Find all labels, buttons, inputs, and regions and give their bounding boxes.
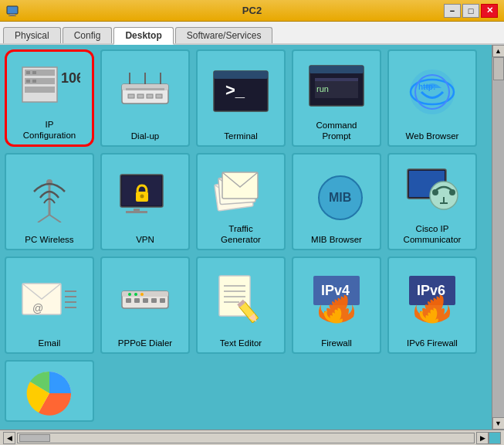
app-pc-wireless[interactable]: PC Wireless: [5, 153, 94, 250]
traffic-gen-icon: [201, 158, 281, 222]
svg-line-36: [49, 215, 61, 222]
svg-rect-17: [147, 94, 153, 98]
svg-text:@: @: [32, 302, 43, 314]
vpn-icon: [105, 158, 185, 233]
svg-point-30: [411, 70, 454, 114]
minimize-button[interactable]: −: [444, 4, 461, 18]
app-mib-browser[interactable]: MIB MIB Browser: [292, 153, 381, 250]
svg-rect-26: [310, 66, 364, 73]
app-command-prompt[interactable]: run CommandPrompt: [292, 49, 381, 147]
tab-config[interactable]: Config: [63, 27, 113, 43]
app-dialup[interactable]: Dial-up: [100, 49, 190, 147]
tab-software[interactable]: Software/Services: [175, 27, 273, 43]
svg-rect-68: [151, 298, 157, 303]
web-browser-icon: http:: [392, 54, 472, 130]
app-terminal[interactable]: >_ Terminal: [196, 49, 286, 147]
svg-rect-5: [26, 71, 30, 74]
scroll-track[interactable]: [492, 57, 504, 417]
pc-wireless-icon: [9, 158, 90, 233]
maximize-button[interactable]: □: [462, 4, 479, 18]
mib-browser-label: MIB Browser: [311, 235, 362, 246]
svg-rect-18: [156, 94, 162, 98]
app-text-editor[interactable]: Text Editor: [196, 256, 286, 354]
command-prompt-icon: run: [296, 54, 377, 119]
svg-rect-6: [32, 71, 36, 74]
app-cisco-ip[interactable]: Cisco IPCommunicator: [387, 153, 477, 250]
text-editor-label: Text Editor: [220, 338, 262, 349]
tab-bar: Physical Config Desktop Software/Service…: [0, 22, 504, 45]
svg-point-71: [134, 293, 137, 296]
vpn-label: VPN: [136, 235, 154, 246]
firewall-label: Firewall: [321, 338, 352, 349]
app-chart[interactable]: [5, 360, 94, 422]
vertical-scrollbar[interactable]: ▲ ▼: [492, 45, 504, 430]
svg-rect-1: [10, 14, 15, 15]
svg-line-35: [38, 215, 49, 222]
tab-physical[interactable]: Physical: [3, 27, 61, 43]
svg-rect-0: [7, 6, 18, 14]
pppoe-label: PPPoE Dialer: [118, 338, 172, 349]
ip-config-icon: 106: [10, 55, 89, 118]
svg-rect-23: [214, 71, 268, 79]
app-grid: 106 IPConfiguration: [5, 49, 499, 430]
svg-rect-16: [137, 94, 144, 98]
title-bar: PC2 − □ ✕: [0, 0, 504, 22]
tab-desktop[interactable]: Desktop: [113, 27, 173, 45]
desktop-content: 106 IPConfiguration: [0, 45, 504, 430]
svg-rect-69: [160, 298, 165, 303]
svg-rect-14: [126, 88, 164, 90]
app-icon: [6, 5, 19, 17]
cisco-ip-label: Cisco IPCommunicator: [404, 224, 462, 246]
firewall-icon: IPv4: [296, 261, 377, 337]
email-label: Email: [39, 338, 61, 349]
app-vpn[interactable]: VPN: [100, 153, 190, 250]
app-ipv6-firewall[interactable]: IPv6 IPv6 Firewall: [387, 256, 477, 354]
svg-point-54: [449, 189, 455, 195]
cisco-ip-icon: [392, 158, 472, 222]
scroll-corner: [489, 432, 501, 444]
svg-point-72: [140, 293, 144, 296]
scroll-right-arrow[interactable]: ▶: [476, 432, 489, 444]
app-ip-config[interactable]: 106 IPConfiguration: [5, 49, 94, 147]
dialup-label: Dial-up: [131, 131, 159, 142]
scroll-left-arrow[interactable]: ◀: [3, 432, 15, 444]
svg-text:run: run: [316, 84, 329, 93]
svg-rect-2: [8, 15, 16, 16]
close-button[interactable]: ✕: [481, 4, 498, 18]
ipv6-firewall-icon: IPv6: [392, 261, 472, 337]
pppoe-icon: [105, 261, 185, 337]
svg-rect-10: [25, 87, 55, 93]
svg-rect-67: [143, 298, 148, 303]
svg-rect-9: [32, 80, 36, 83]
scroll-up-arrow[interactable]: ▲: [492, 45, 505, 57]
svg-point-70: [128, 293, 131, 296]
svg-rect-65: [126, 298, 131, 303]
scroll-h-thumb[interactable]: [19, 434, 50, 442]
svg-text:MIB: MIB: [329, 191, 351, 204]
web-browser-label: Web Browser: [406, 131, 459, 142]
title-bar-left: [6, 5, 19, 17]
svg-rect-66: [134, 298, 140, 303]
horizontal-scrollbar[interactable]: [17, 433, 475, 443]
email-icon: @: [9, 261, 90, 337]
svg-text:>_: >_: [225, 80, 245, 100]
svg-rect-42: [134, 209, 140, 211]
traffic-gen-label: TrafficGenerator: [221, 224, 261, 246]
dialup-icon: [105, 54, 185, 130]
scroll-down-arrow[interactable]: ▼: [492, 417, 505, 430]
window-title: PC2: [242, 5, 262, 16]
svg-text:106: 106: [61, 70, 80, 86]
app-email[interactable]: @ Email: [5, 256, 94, 354]
app-pppoe[interactable]: PPPoE Dialer: [100, 256, 190, 354]
text-editor-icon: [201, 261, 281, 337]
ip-config-label: IPConfiguration: [23, 120, 76, 141]
ipv6-firewall-label: IPv6 Firewall: [407, 338, 458, 349]
svg-point-41: [140, 195, 144, 199]
app-web-browser[interactable]: http: Web Browser: [387, 49, 477, 147]
app-traffic-gen[interactable]: TrafficGenerator: [196, 153, 286, 250]
svg-rect-15: [128, 94, 134, 98]
svg-point-53: [432, 189, 438, 195]
app-firewall[interactable]: IPv4 Firewall: [292, 256, 381, 354]
command-prompt-label: CommandPrompt: [316, 121, 357, 142]
svg-rect-29: [315, 78, 358, 81]
